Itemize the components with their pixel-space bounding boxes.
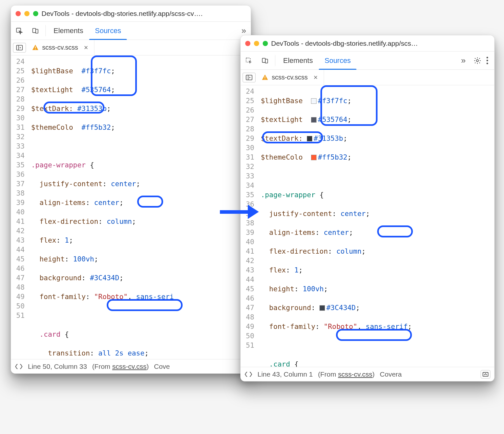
file-tab-bar: scss-cv.scss × (241, 70, 494, 85)
source-map-info: (From scss-cv.css) (92, 363, 149, 370)
file-name: scss-cv.scss (272, 74, 308, 81)
navigator-toggle-icon[interactable] (13, 43, 26, 53)
tab-elements[interactable]: Elements (277, 52, 319, 69)
color-swatch-icon[interactable] (311, 117, 317, 123)
source-map-link[interactable]: scss-cv.css (112, 363, 147, 370)
file-tab-bar: scss-cv.scss × (11, 40, 251, 55)
code-content[interactable]: $lightBase #f3f7fc; $textLight #535764; … (258, 85, 494, 367)
panel-tabs: Elements Sources (48, 22, 237, 40)
svg-rect-8 (262, 58, 265, 62)
traffic-lights (16, 11, 38, 16)
source-map-link[interactable]: scss-cv.css (338, 370, 372, 378)
titlebar[interactable]: DevTools - devtools-dbg-stories.netlify.… (11, 6, 251, 22)
cursor-position: Line 43, Column 1 (258, 370, 313, 378)
status-bar: Line 50, Column 33 (From scss-cv.css) Co… (11, 359, 251, 373)
svg-rect-6 (35, 49, 36, 49)
device-toggle-icon[interactable] (257, 52, 273, 69)
source-map-info: (From scss-cv.css) (318, 370, 375, 378)
navigator-toggle-icon[interactable] (243, 73, 256, 82)
color-swatch-icon[interactable] (319, 305, 325, 311)
titlebar[interactable]: DevTools - devtools-dbg-stories.netlify.… (241, 35, 494, 52)
code-content[interactable]: $lightBase #f3f7fc; $textLight #535764; … (28, 55, 251, 359)
minimize-icon[interactable] (24, 11, 30, 16)
tab-sources[interactable]: Sources (319, 52, 357, 69)
svg-rect-2 (36, 29, 38, 33)
coverage-label[interactable]: Cove (154, 363, 170, 370)
close-tab-icon[interactable]: × (311, 73, 320, 82)
svg-rect-15 (483, 372, 488, 376)
svg-rect-11 (246, 75, 252, 80)
file-tab[interactable]: scss-cv.scss × (29, 40, 94, 55)
more-menu-icon[interactable] (483, 57, 491, 64)
warning-icon (32, 44, 39, 51)
color-swatch-icon[interactable] (307, 136, 312, 141)
zoom-icon[interactable] (33, 11, 38, 16)
code-editor[interactable]: 24 25 26 27 28 29 30 31 32 33 34 35 36 3… (11, 55, 251, 359)
devtools-window-left: DevTools - devtools-dbg-stories.netlify.… (11, 5, 251, 374)
line-gutter: 24 25 26 27 28 29 30 31 32 33 34 35 36 3… (11, 55, 28, 359)
pretty-print-icon[interactable] (15, 363, 23, 370)
comparison-arrow-icon (220, 205, 259, 219)
svg-rect-9 (265, 59, 268, 63)
inspect-icon[interactable] (241, 52, 257, 69)
warning-icon (261, 74, 269, 81)
close-icon[interactable] (16, 11, 21, 16)
panel-tabs: Elements Sources (277, 52, 457, 69)
drawer-toggle-icon[interactable] (481, 370, 490, 379)
inspect-icon[interactable] (11, 22, 27, 40)
pretty-print-icon[interactable] (245, 371, 252, 378)
file-tab[interactable]: scss-cv.scss × (258, 70, 324, 85)
main-toolbar: Elements Sources » (241, 52, 494, 70)
zoom-icon[interactable] (263, 41, 268, 46)
svg-rect-14 (265, 78, 265, 79)
svg-point-10 (476, 59, 478, 61)
code-editor[interactable]: 24 25 26 27 28 29 30 31 32 33 34 35 36 3… (241, 85, 494, 367)
settings-icon[interactable] (474, 57, 481, 65)
close-tab-icon[interactable]: × (81, 43, 91, 52)
traffic-lights (245, 41, 268, 46)
color-swatch-icon[interactable] (311, 155, 317, 160)
overflow-tabs-icon[interactable]: » (457, 52, 470, 69)
status-bar: Line 43, Column 1 (From scss-cv.css) Cov… (241, 367, 494, 381)
tab-sources[interactable]: Sources (89, 22, 127, 40)
cursor-position: Line 50, Column 33 (28, 363, 87, 370)
file-name: scss-cv.scss (42, 44, 78, 51)
device-toggle-icon[interactable] (27, 22, 43, 40)
svg-rect-5 (35, 46, 36, 48)
main-toolbar: Elements Sources » (11, 22, 251, 40)
window-title: DevTools - devtools-dbg-stories.netlify.… (271, 40, 490, 47)
svg-rect-13 (265, 76, 265, 78)
tab-elements[interactable]: Elements (48, 22, 89, 40)
close-icon[interactable] (245, 41, 250, 46)
minimize-icon[interactable] (254, 41, 259, 46)
svg-rect-3 (17, 45, 22, 50)
coverage-label[interactable]: Covera (380, 370, 402, 378)
window-title: DevTools - devtools-dbg-stories.netlify.… (42, 10, 246, 18)
svg-rect-1 (33, 28, 36, 32)
devtools-window-right: DevTools - devtools-dbg-stories.netlify.… (240, 35, 495, 381)
line-gutter: 24 25 26 27 28 29 30 31 32 33 34 35 36 3… (241, 85, 258, 367)
color-swatch-icon[interactable] (311, 98, 317, 104)
